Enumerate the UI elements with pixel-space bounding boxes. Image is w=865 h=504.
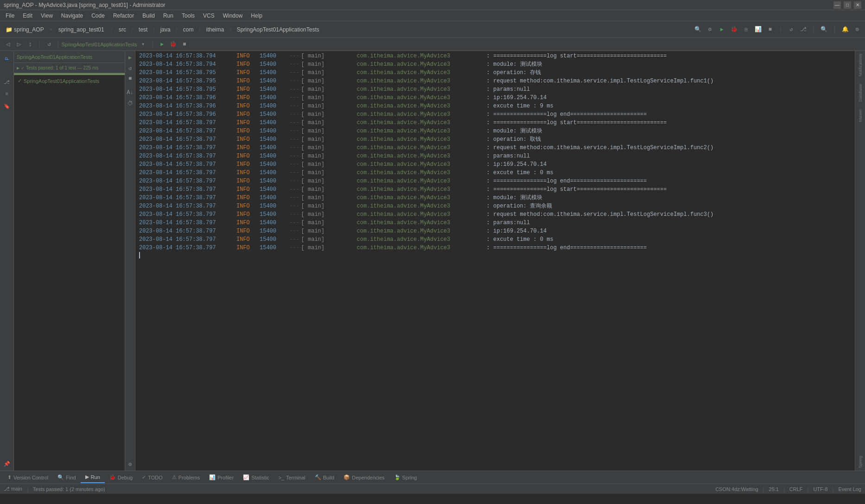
log-thread: [ main] <box>301 135 357 144</box>
debug2-btn[interactable]: 🐞 <box>168 39 178 50</box>
test-item-label: SpringAopTest01ApplicationTests <box>24 78 99 84</box>
right-spring[interactable]: Spring <box>858 456 863 468</box>
tab-build[interactable]: 🔨 Build <box>310 472 339 483</box>
log-timestamp: 2023-08-14 16:57:38.797 <box>139 210 236 219</box>
forward-btn[interactable]: ▷ <box>14 39 24 50</box>
sort-duration-btn[interactable]: ⏱ <box>126 99 135 108</box>
menu-code[interactable]: Code <box>88 12 108 20</box>
menu-view[interactable]: View <box>37 12 57 20</box>
git-btn[interactable]: ⎇ <box>798 25 808 35</box>
dependencies-icon: 📦 <box>343 474 350 480</box>
menu-tools[interactable]: Tools <box>178 12 198 20</box>
itheima-label[interactable]: itheima <box>204 25 227 34</box>
menu-window[interactable]: Window <box>219 12 247 20</box>
run-btn[interactable]: ▶ <box>717 25 727 35</box>
log-thread: [ main] <box>301 210 357 219</box>
log-line: 2023-08-14 16:57:38.797 INFO 15400 --- [… <box>135 177 855 185</box>
maximize-button[interactable]: □ <box>844 1 851 9</box>
tab-debug[interactable]: 🐞 Debug <box>105 472 137 483</box>
event-log-btn[interactable]: Event Log <box>838 486 861 492</box>
sort-alpha-btn[interactable]: A↓ <box>126 88 135 97</box>
module-name[interactable]: spring_aop_test01 <box>56 25 107 34</box>
log-message: : params:null <box>487 85 530 94</box>
project-name: spring_AOP <box>14 26 44 33</box>
cursor-position[interactable]: 25:1 <box>769 486 779 492</box>
menu-vcs[interactable]: VCS <box>199 12 218 20</box>
tab-dependencies[interactable]: 📦 Dependencies <box>339 472 389 483</box>
log-pid: 15400 <box>260 127 287 135</box>
com-label[interactable]: com <box>180 25 197 34</box>
tab-terminal[interactable]: >_ Terminal <box>274 472 310 483</box>
git-branch-status[interactable]: CSON:4dz:Watting <box>715 486 758 492</box>
stop-tests-btn[interactable]: ■ <box>126 74 135 83</box>
log-logger: com.itheima.advice.MyAdvice3 <box>357 110 487 119</box>
log-message: : excute time : 0 ms <box>487 235 553 244</box>
log-sep: --- <box>289 69 299 77</box>
right-database[interactable]: Database <box>858 84 863 102</box>
sidebar-project-icon[interactable]: P <box>2 54 12 64</box>
sidebar-bookmarks-icon[interactable]: 🔖 <box>2 101 12 111</box>
tab-todo[interactable]: ✓ TODO <box>137 472 167 483</box>
ide-settings-btn[interactable]: ⚙ <box>852 25 862 35</box>
log-level: INFO <box>236 119 260 127</box>
settings-run-btn[interactable]: ⚙ <box>126 460 135 469</box>
project-selector[interactable]: 📁 spring_AOP <box>3 25 47 34</box>
menu-navigate[interactable]: Navigate <box>57 12 87 20</box>
test-tree: ✓ SpringAopTest01ApplicationTests <box>14 75 125 471</box>
tab-run[interactable]: ▶ Run <box>81 472 105 483</box>
tab-statistic[interactable]: 📈 Statistic <box>238 472 274 483</box>
menu-run[interactable]: Run <box>159 12 177 20</box>
log-output[interactable]: 2023-08-14 16:57:38.794 INFO 15400 --- [… <box>135 51 855 471</box>
settings-btn[interactable]: ⚙ <box>705 25 715 35</box>
run-config-dropdown[interactable]: ▾ <box>138 39 148 50</box>
sidebar-pin-icon[interactable]: 📌 <box>2 459 12 469</box>
stop2-btn[interactable]: ■ <box>179 39 190 50</box>
log-thread: [ main] <box>301 102 357 110</box>
right-notifications[interactable]: Notifications <box>858 54 863 76</box>
menu-help[interactable]: Help <box>247 12 266 20</box>
tab-spring[interactable]: 🍃 Spring <box>389 472 422 483</box>
tab-problems[interactable]: ⚠ Problems <box>167 472 204 483</box>
tab-profiler[interactable]: 📊 Profiler <box>204 472 238 483</box>
line-separator[interactable]: CRLF <box>789 486 803 492</box>
log-level: INFO <box>236 177 260 185</box>
encoding-status[interactable]: UTF-8 <box>813 486 827 492</box>
rerun-all-btn[interactable]: ↺ <box>126 63 135 73</box>
menu-edit[interactable]: Edit <box>19 12 36 20</box>
java-label[interactable]: java <box>158 25 173 34</box>
find-btn[interactable]: 🔍 <box>819 25 829 35</box>
src-label[interactable]: src <box>116 25 129 34</box>
file-breadcrumb[interactable]: SpringAopTest01ApplicationTests <box>234 25 322 34</box>
test-label[interactable]: test <box>136 25 150 34</box>
sidebar-structure-icon[interactable]: ≡ <box>2 89 12 99</box>
git-status[interactable]: ⎇ main <box>4 486 22 492</box>
update-btn[interactable]: ↺ <box>786 25 796 35</box>
log-message: : ip:169.254.70.14 <box>487 227 547 235</box>
stop-btn[interactable]: ■ <box>765 25 775 35</box>
rerun-failed-btn[interactable]: ▶ <box>126 53 135 62</box>
recent-files-btn[interactable]: ↕ <box>25 39 35 50</box>
rerun2-btn[interactable]: ↺ <box>44 39 54 50</box>
run2-btn[interactable]: ▶ <box>157 39 167 50</box>
log-line: 2023-08-14 16:57:38.796 INFO 15400 --- [… <box>135 102 855 110</box>
folder-icon: 📁 <box>6 26 13 33</box>
tab-version-control[interactable]: ⬆ Version Control <box>3 472 53 483</box>
search-everywhere-btn[interactable]: 🔍 <box>693 25 703 35</box>
log-level: INFO <box>236 210 260 219</box>
tab-find[interactable]: 🔍 Find <box>53 472 80 483</box>
back-btn[interactable]: ◁ <box>3 39 13 50</box>
coverage-btn[interactable]: ◎ <box>741 25 751 35</box>
log-level: INFO <box>236 169 260 177</box>
test-tree-item[interactable]: ✓ SpringAopTest01ApplicationTests <box>16 77 123 85</box>
test-passed-status[interactable]: Tests passed: 1 (2 minutes ago) <box>33 486 105 492</box>
sidebar-commit-icon[interactable]: ⎇ <box>2 77 12 87</box>
close-button[interactable]: ✕ <box>854 1 861 9</box>
profiler-btn[interactable]: 📊 <box>753 25 763 35</box>
menu-build[interactable]: Build <box>139 12 159 20</box>
notifications-btn[interactable]: 🔔 <box>840 25 850 35</box>
menu-file[interactable]: File <box>2 12 18 20</box>
debug-run-btn[interactable]: 🐞 <box>729 25 739 35</box>
right-maven[interactable]: Maven <box>858 109 863 122</box>
menu-refactor[interactable]: Refactor <box>109 12 138 20</box>
minimize-button[interactable]: — <box>833 1 841 9</box>
